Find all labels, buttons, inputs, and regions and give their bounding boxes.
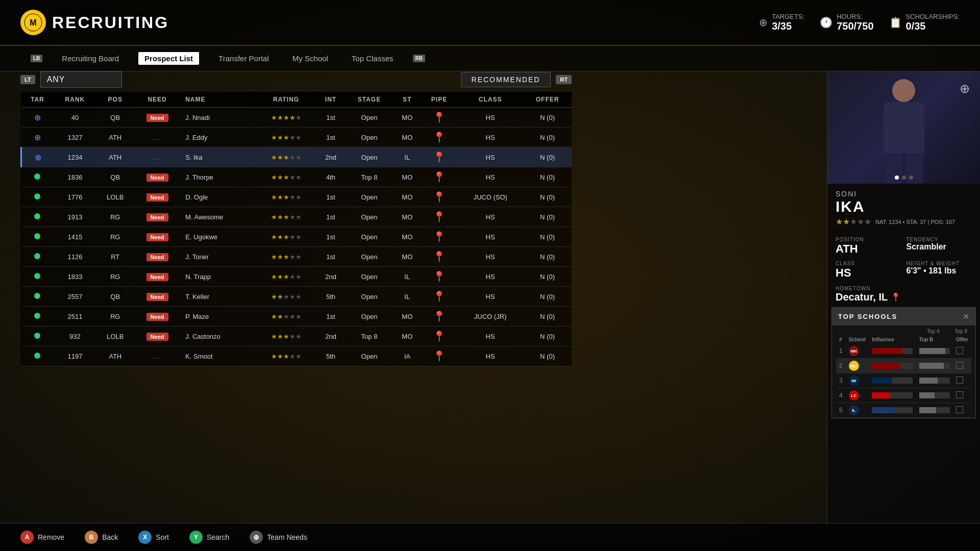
school-col-influence: Influence [869, 335, 916, 344]
player-info: SONI IKA ★★★★★ NAT: 1234 • STA: 37 | POS… [827, 184, 980, 233]
star-filled: ★ [271, 154, 277, 161]
sort-label: Sort [156, 533, 169, 541]
need-badge: Need [146, 114, 168, 122]
offer-checkbox-cell [953, 403, 971, 418]
tab-prospect-list[interactable]: Prospect List [138, 52, 199, 65]
influence-bar [872, 348, 913, 354]
star-empty: ★ [296, 193, 302, 201]
table-row[interactable]: 1197ATH...K. Smoot★★★★★5thOpenIA📍HSN (0) [21, 346, 572, 366]
pipe-icon: 📍 [433, 152, 446, 163]
offer-cell: N (0) [523, 187, 572, 207]
action-team-needs[interactable]: ⊕ Team Needs [250, 531, 307, 544]
pos-cell: QB [96, 287, 134, 307]
right-panel: ⊕ SONI IKA ★★★★★ NAT: 1234 • STA: 37 | P… [827, 71, 980, 551]
school-num: 3 [836, 373, 846, 388]
table-row[interactable]: 1415RGNeedE. Ugokwe★★★★★1stOpenMO📍HSN (0… [21, 227, 572, 247]
need-cell: Need [134, 187, 180, 207]
school-logo: MI [849, 375, 859, 386]
hometown-label: HOMETOWN [836, 286, 972, 291]
offer-cell: N (0) [523, 327, 572, 346]
pos-cell: LOLB [96, 327, 134, 346]
filter-input[interactable] [40, 71, 122, 88]
star-empty: ★ [289, 154, 296, 161]
pipe-icon: 📍 [433, 311, 446, 322]
col-rank: RANK [54, 92, 96, 108]
table-row[interactable]: 1836QBNeedJ. Thorpe★★★★★4thTop 8MO📍HSN (… [21, 167, 572, 187]
rating-cell: ★★★★★ [256, 147, 316, 167]
name-cell: J. Toner [180, 247, 256, 267]
pipe-cell: 📍 [421, 287, 457, 307]
action-sort[interactable]: X Sort [138, 531, 169, 544]
table-row[interactable]: ⊕40QBNeedJ. Nnadi★★★★★1stOpenMO📍HSN (0) [21, 108, 572, 128]
chart-labels: Top 4 Top 8 [836, 329, 971, 334]
table-row[interactable]: 1126RTNeedJ. Toner★★★★★1stOpenMO📍HSN (0) [21, 247, 572, 267]
topb-fill [919, 348, 945, 354]
stage-cell: Top 8 [345, 167, 393, 187]
col-rating: RATING [256, 92, 316, 108]
tab-my-school[interactable]: My School [288, 52, 332, 65]
need-cell: Need [134, 247, 180, 267]
class-cell: HS [457, 327, 523, 346]
influence-bar [872, 378, 913, 384]
int-cell: 4th [316, 167, 345, 187]
pipe-cell: 📍 [421, 227, 457, 247]
star-filled: ★ [283, 213, 289, 221]
table-row[interactable]: 1833RGNeedN. Trapp★★★★★2ndOpenIL📍HSN (0) [21, 267, 572, 287]
class-cell: HS [457, 247, 523, 267]
school-row: 1 MN [836, 344, 971, 359]
hours-stat: 🕐 Hours: 750/750 [820, 13, 873, 32]
pipe-icon: 📍 [433, 211, 446, 222]
table-row[interactable]: 1776LOLBNeedD. Ogle★★★★★1stOpenMO📍JUCO (… [21, 187, 572, 207]
name-cell: J. Eddy [180, 128, 256, 147]
table-row[interactable]: 2511RGNeedP. Maze★★★★★1stOpenMO📍JUCO (JR… [21, 307, 572, 327]
rating-cell: ★★★★★ [256, 207, 316, 227]
table-row[interactable]: 2557QBNeedT. Keller★★★★★5thOpenIL📍HSN (0… [21, 287, 572, 307]
pos-cell: RT [96, 247, 134, 267]
name-cell: J. Castonzo [180, 327, 256, 346]
b-button-icon: B [85, 531, 98, 544]
nav-bar: LB Recruiting Board Prospect List Transf… [0, 46, 980, 71]
offer-cell: N (0) [523, 128, 572, 147]
star-filled: ★ [283, 253, 289, 261]
close-button[interactable]: ✕ [963, 312, 969, 321]
rating-cell: ★★★★★ [256, 167, 316, 187]
school-num: 2 [836, 359, 846, 373]
class-label: CLASS [836, 261, 901, 266]
int-cell: 1st [316, 227, 345, 247]
pipe-cell: 📍 [421, 207, 457, 227]
school-logo-cell: MU [846, 359, 869, 373]
rank-cell: 1197 [54, 346, 96, 366]
active-dot [34, 193, 40, 199]
action-remove[interactable]: A Remove [20, 531, 64, 544]
targets-label: Targets: [772, 13, 804, 20]
player-portrait: ⊕ [827, 71, 980, 184]
school-col-topb: Top B [916, 335, 953, 344]
offer-checkbox [956, 377, 963, 384]
pipe-cell: 📍 [421, 128, 457, 147]
tab-top-classes[interactable]: Top Classes [348, 52, 398, 65]
recommended-button[interactable]: RECOMMENDED [461, 72, 551, 87]
tab-recruiting-board[interactable]: Recruiting Board [58, 52, 123, 65]
state-cell: MO [394, 247, 421, 267]
player-details: POSITION ATH TENDENCY Scrambler CLASS HS… [827, 233, 980, 284]
rank-cell: 2557 [54, 287, 96, 307]
top-schools-header: TOP SCHOOLS ✕ [832, 308, 975, 325]
action-search[interactable]: Y Search [189, 531, 229, 544]
stage-cell: Open [345, 346, 393, 366]
table-row[interactable]: 1913RGNeedM. Awesome★★★★★1stOpenMO📍HSN (… [21, 207, 572, 227]
table-row[interactable]: 932LOLBNeedJ. Castonzo★★★★★2ndTop 8MO📍HS… [21, 327, 572, 346]
offer-cell: N (0) [523, 167, 572, 187]
pos-cell: RG [96, 307, 134, 327]
star-empty: ★ [289, 293, 296, 300]
table-row[interactable]: ⊕1327ATH...J. Eddy★★★★★1stOpenMO📍HSN (0) [21, 128, 572, 147]
star-empty: ★ [296, 134, 302, 141]
pipe-icon: 📍 [433, 171, 446, 183]
table-row[interactable]: ⊕1234ATH...S. Ika★★★★★2ndOpenIL📍HSN (0) [21, 147, 572, 167]
top-schools-title: TOP SCHOOLS [838, 313, 897, 320]
rating-cell: ★★★★★ [256, 247, 316, 267]
action-back[interactable]: B Back [85, 531, 118, 544]
star-empty: ★ [296, 333, 302, 340]
player-rating-row: ★★★★★ NAT: 1234 • STA: 37 | POS: 107 [836, 217, 972, 227]
tab-transfer-portal[interactable]: Transfer Portal [214, 52, 273, 65]
col-class: CLASS [457, 92, 523, 108]
